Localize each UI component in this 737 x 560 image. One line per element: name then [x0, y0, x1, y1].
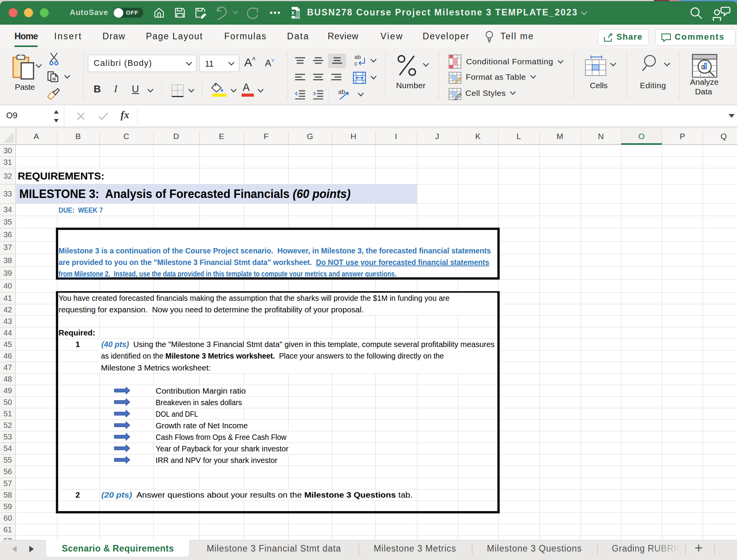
svg-text:c: c	[354, 60, 358, 67]
svg-text:ab: ab	[354, 54, 361, 60]
svg-text:X: X	[291, 10, 295, 16]
svg-text:ab: ab	[338, 89, 345, 95]
